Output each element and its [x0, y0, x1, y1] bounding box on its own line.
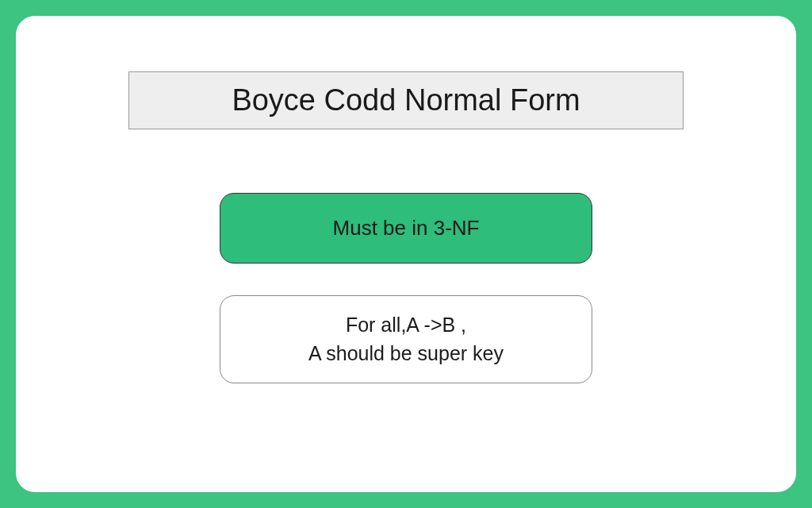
condition-secondary-line2: A should be super key [236, 339, 576, 368]
condition-primary: Must be in 3-NF [220, 193, 592, 264]
diagram-title: Boyce Codd Normal Form [128, 71, 684, 129]
diagram-card: Boyce Codd Normal Form Must be in 3-NF F… [16, 16, 796, 492]
condition-secondary-line1: For all,A ->B , [236, 310, 576, 339]
condition-secondary: For all,A ->B , A should be super key [220, 295, 592, 383]
